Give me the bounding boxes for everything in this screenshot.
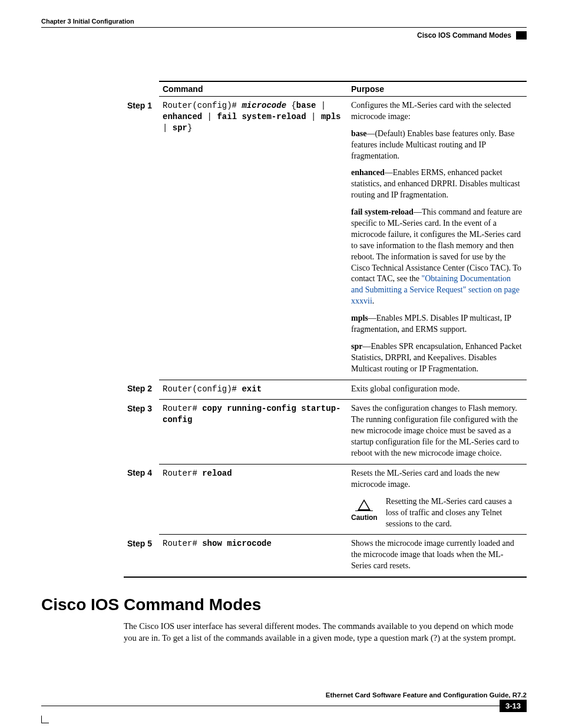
caution-icon: !: [355, 496, 373, 511]
command-cell: Router# reload: [159, 464, 348, 534]
step-label: Step 2: [124, 380, 159, 400]
page-number: 3-13: [500, 700, 527, 712]
header-marker-icon: [516, 31, 527, 39]
purpose-cell: Configures the ML-Series card with the s…: [348, 97, 527, 380]
body-paragraph: The Cisco IOS user interface has several…: [124, 620, 527, 644]
purpose-cell: Exits global configuration mode.: [348, 380, 527, 400]
running-header-topic: Cisco IOS Command Modes: [417, 31, 511, 39]
command-table: Command Purpose Step 1 Router(config)# m…: [124, 81, 527, 578]
section-heading: Cisco IOS Command Modes: [41, 595, 527, 614]
content-area: Command Purpose Step 1 Router(config)# m…: [124, 81, 527, 644]
step-label: Step 4: [124, 464, 159, 534]
th-purpose: Purpose: [348, 81, 527, 97]
table-row: Step 1 Router(config)# microcode {base |…: [124, 97, 527, 380]
running-header-topic-bar: Cisco IOS Command Modes: [41, 31, 527, 39]
table-row: Step 4 Router# reload Resets the ML-Seri…: [124, 464, 527, 534]
table-row: Step 3 Router# copy running-config start…: [124, 400, 527, 464]
caution-text: Resetting the ML-Series card causes a lo…: [386, 496, 523, 530]
th-command: Command: [159, 81, 348, 97]
step-label: Step 5: [124, 535, 159, 577]
page: Chapter 3 Initial Configuration Cisco IO…: [0, 0, 562, 728]
header-rule: [41, 27, 527, 28]
page-footer: Ethernet Card Software Feature and Confi…: [41, 691, 527, 723]
caution-label: Caution: [351, 513, 378, 522]
footer-doc-title: Ethernet Card Software Feature and Confi…: [41, 691, 527, 699]
caution-block: ! Caution Resetting the ML-Series card c…: [351, 496, 523, 530]
table-row: Step 2 Router(config)# exit Exits global…: [124, 380, 527, 400]
step-label: Step 3: [124, 400, 159, 464]
step-label: Step 1: [124, 97, 159, 380]
command-cell: Router(config)# exit: [159, 380, 348, 400]
crop-mark-icon: [41, 716, 49, 723]
running-header-chapter: Chapter 3 Initial Configuration: [41, 18, 527, 25]
purpose-cell: Resets the ML-Series card and loads the …: [348, 464, 527, 534]
command-cell: Router# copy running-config startup-conf…: [159, 400, 348, 464]
table-row: Step 5 Router# show microcode Shows the …: [124, 535, 527, 577]
purpose-cell: Saves the configuration changes to Flash…: [348, 400, 527, 464]
command-cell: Router(config)# microcode {base | enhanc…: [159, 97, 348, 380]
purpose-cell: Shows the microcode image currently load…: [348, 535, 527, 577]
command-cell: Router# show microcode: [159, 535, 348, 577]
